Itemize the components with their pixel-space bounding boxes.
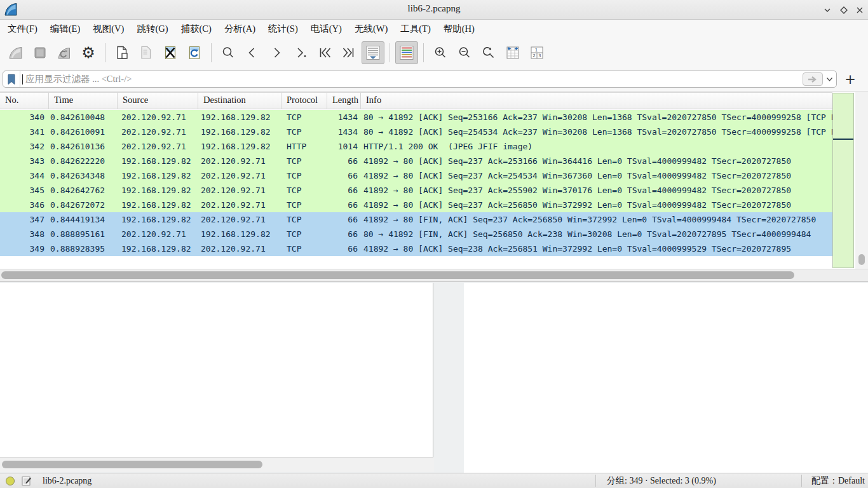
restart-capture-button[interactable]: [53, 41, 76, 64]
details-horizontal-scrollbar[interactable]: [0, 458, 434, 472]
resize-columns-button[interactable]: [501, 41, 524, 64]
colorize-button[interactable]: [395, 41, 418, 64]
go-forward-button[interactable]: [265, 41, 288, 64]
column-header-destination[interactable]: Destination: [198, 93, 281, 109]
packet-row[interactable]: 3460.842672072192.168.129.82202.120.92.7…: [0, 198, 832, 212]
packet-bytes-pane[interactable]: [464, 283, 868, 473]
cell-no: 348: [0, 227, 49, 241]
zoom-reset-icon: [481, 45, 496, 60]
packet-details-pane[interactable]: [0, 283, 433, 458]
packet-list-minimap[interactable]: [832, 93, 854, 268]
bookmark-icon[interactable]: [3, 71, 20, 87]
add-filter-button[interactable]: +: [843, 72, 858, 87]
status-bar: lib6-2.pcapng 分组: 349 · Selected: 3 (0.9…: [0, 473, 868, 488]
packet-row[interactable]: 3490.888928395192.168.129.82202.120.92.7…: [0, 241, 832, 256]
layout-button[interactable]: 1 2 3: [526, 41, 548, 64]
zoom-out-button[interactable]: [453, 41, 476, 64]
cell-info: 41892 → 80 [ACK] Seq=237 Ack=256850 Win=…: [361, 198, 832, 212]
column-header-info[interactable]: Info: [361, 93, 832, 109]
zoom-in-button[interactable]: [429, 41, 452, 64]
cell-no: 344: [0, 168, 49, 183]
stop-capture-button[interactable]: [29, 41, 51, 64]
column-header-protocol[interactable]: Protocol: [281, 93, 327, 109]
go-to-packet-button[interactable]: [289, 41, 312, 64]
menu-go[interactable]: 跳转(G): [137, 21, 175, 37]
cell-source: 192.168.129.82: [118, 198, 198, 212]
capture-comment-icon[interactable]: [21, 475, 32, 486]
cell-protocol: TCP: [281, 241, 327, 256]
packet-row[interactable]: 3480.888895161202.120.92.71192.168.129.8…: [0, 227, 832, 241]
layout-icon: 1 2 3: [529, 44, 545, 61]
resize-columns-icon: [505, 44, 521, 61]
apply-filter-button[interactable]: [803, 72, 823, 86]
menu-help[interactable]: 帮助(H): [444, 21, 482, 37]
cell-source: 192.168.129.82: [118, 168, 198, 183]
menu-statistics[interactable]: 统计(S): [268, 21, 305, 37]
cell-destination: 202.120.92.71: [198, 154, 281, 168]
status-separator: [801, 475, 802, 487]
svg-text:1: 1: [535, 48, 538, 53]
cell-source: 202.120.92.71: [118, 110, 198, 125]
menu-analyze[interactable]: 分析(A): [224, 21, 262, 37]
go-last-packet-button[interactable]: [337, 41, 360, 64]
menu-file[interactable]: 文件(F): [8, 21, 44, 37]
packet-row[interactable]: 3400.842610048202.120.92.71192.168.129.8…: [0, 110, 832, 125]
minimize-button[interactable]: [822, 4, 833, 16]
open-file-button[interactable]: [111, 41, 133, 64]
packet-row[interactable]: 3430.842622220192.168.129.82202.120.92.7…: [0, 154, 832, 168]
expert-info-icon[interactable]: [5, 476, 15, 486]
menu-telephony[interactable]: 电话(Y): [311, 21, 349, 37]
menu-view[interactable]: 视图(V): [93, 21, 131, 37]
cell-time: 0.888928395: [49, 241, 118, 256]
packet-list-header: No. Time Source Destination Protocol Len…: [0, 92, 832, 109]
double-chevron-last-icon: [341, 45, 356, 60]
cell-info: 41892 → 80 [ACK] Seq=237 Ack=253166 Win=…: [361, 154, 832, 168]
go-back-button[interactable]: [241, 41, 264, 64]
cell-protocol: TCP: [281, 125, 327, 139]
save-file-button[interactable]: [135, 41, 158, 64]
horizontal-scrollbar-thumb[interactable]: [1, 271, 794, 279]
status-filename[interactable]: lib6-2.pcapng: [43, 476, 92, 486]
filter-dropdown-button[interactable]: [825, 78, 834, 81]
close-button[interactable]: [854, 4, 865, 16]
column-header-no[interactable]: No.: [0, 93, 49, 109]
status-profile[interactable]: 配置：Default: [811, 475, 865, 487]
cell-time: 0.842610048: [49, 110, 118, 125]
cell-destination: 192.168.129.82: [198, 139, 281, 154]
maximize-button[interactable]: [838, 4, 850, 16]
horizontal-scrollbar[interactable]: [0, 269, 868, 281]
display-filter-input[interactable]: [23, 74, 803, 85]
packet-row[interactable]: 3470.844419134192.168.129.82202.120.92.7…: [0, 212, 832, 227]
menu-tools[interactable]: 工具(T): [400, 21, 438, 37]
vertical-scrollbar-thumb[interactable]: [858, 254, 865, 265]
find-packet-button[interactable]: [217, 41, 240, 64]
vertical-scrollbar[interactable]: [855, 92, 868, 269]
cell-protocol: TCP: [281, 168, 327, 183]
packet-row[interactable]: 3450.842642762192.168.129.82202.120.92.7…: [0, 183, 832, 198]
cell-no: 347: [0, 212, 49, 227]
cell-length: 66: [327, 198, 361, 212]
reload-file-button[interactable]: [183, 41, 206, 64]
search-icon: [220, 45, 236, 60]
packet-row[interactable]: 3410.842610091202.120.92.71192.168.129.8…: [0, 125, 832, 139]
start-capture-button[interactable]: [4, 41, 27, 64]
menu-capture[interactable]: 捕获(C): [181, 21, 219, 37]
menu-wireless[interactable]: 无线(W): [355, 21, 395, 37]
go-first-packet-button[interactable]: [313, 41, 336, 64]
cell-destination: 202.120.92.71: [198, 183, 281, 198]
cell-source: 202.120.92.71: [118, 227, 198, 241]
minimap-marker: [833, 139, 853, 140]
capture-options-button[interactable]: ⚙: [77, 41, 100, 64]
column-header-length[interactable]: Length: [327, 93, 361, 109]
packet-row[interactable]: 3440.842634348192.168.129.82202.120.92.7…: [0, 168, 832, 183]
menu-edit[interactable]: 编辑(E): [50, 21, 88, 37]
packet-row[interactable]: 3420.842610136202.120.92.71192.168.129.8…: [0, 139, 832, 154]
zoom-reset-button[interactable]: [477, 41, 500, 64]
reload-file-icon: [187, 45, 202, 60]
details-scrollbar-thumb[interactable]: [2, 461, 262, 468]
column-header-source[interactable]: Source: [118, 93, 198, 109]
close-file-button[interactable]: [159, 41, 182, 64]
column-header-time[interactable]: Time: [49, 93, 118, 109]
cell-no: 349: [0, 241, 49, 256]
auto-scroll-button[interactable]: [362, 41, 384, 64]
